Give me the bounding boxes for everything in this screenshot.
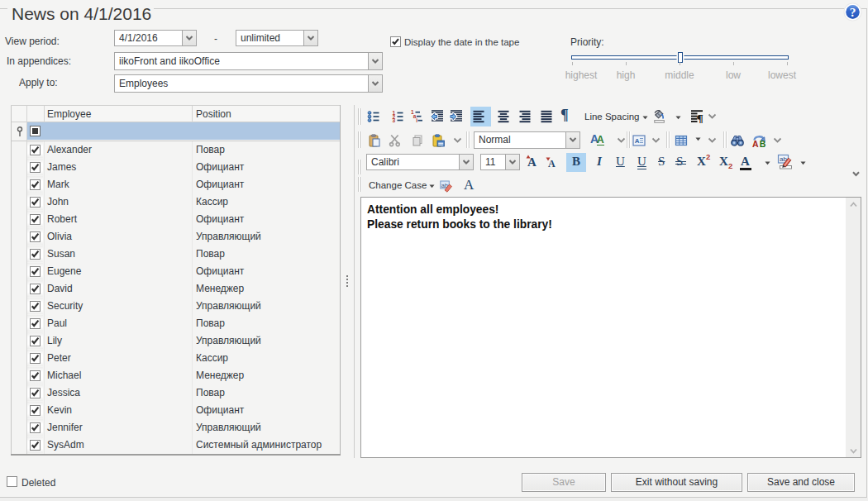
- svg-text:?: ?: [850, 5, 856, 19]
- svg-text:¶: ¶: [697, 112, 703, 123]
- svg-text:A: A: [752, 139, 759, 148]
- svg-text:B: B: [760, 139, 766, 148]
- svg-text:A: A: [635, 137, 640, 145]
- svg-text:3: 3: [393, 117, 396, 123]
- svg-text:i: i: [416, 117, 417, 123]
